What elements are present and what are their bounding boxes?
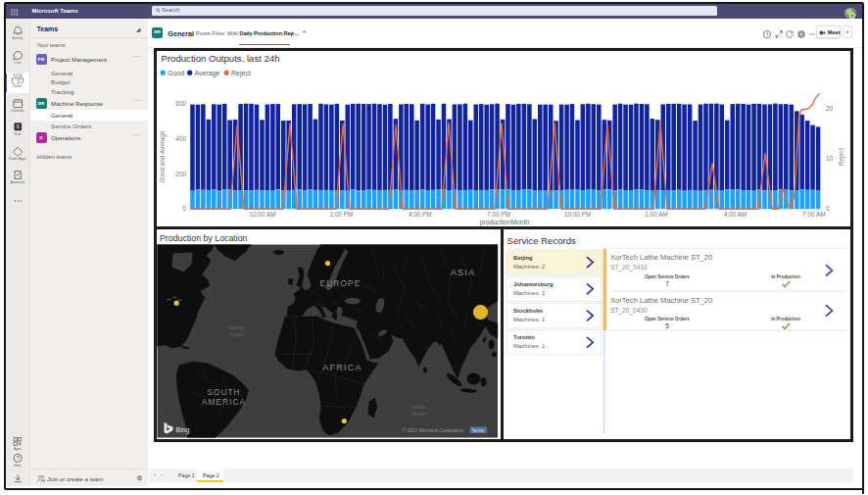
svg-text:400: 400 bbox=[175, 135, 186, 142]
svg-text:Open Service Orders: Open Service Orders bbox=[645, 274, 690, 279]
svg-text:4:00 PM: 4:00 PM bbox=[409, 211, 432, 218]
svg-text:10:00 PM: 10:00 PM bbox=[564, 211, 591, 218]
svg-text:4:00 AM: 4:00 AM bbox=[724, 211, 747, 218]
svg-text:1:00 AM: 1:00 AM bbox=[645, 211, 667, 218]
svg-text:AFRICA: AFRICA bbox=[322, 363, 362, 372]
svg-text:Open Service Orders: Open Service Orders bbox=[645, 317, 690, 322]
svg-text:Machines: 1: Machines: 1 bbox=[513, 317, 546, 322]
svg-text:ST_20_0430: ST_20_0430 bbox=[610, 307, 648, 315]
svg-text:7:00 AM: 7:00 AM bbox=[802, 211, 825, 218]
svg-text:Machines: 1: Machines: 1 bbox=[513, 343, 546, 349]
svg-text:10:00 AM: 10:00 AM bbox=[249, 211, 275, 218]
svg-text:Reject: Reject bbox=[838, 148, 845, 166]
svg-text:10: 10 bbox=[826, 155, 834, 162]
svg-text:7:00 PM: 7:00 PM bbox=[487, 211, 510, 218]
svg-text:ST_20_0410: ST_20_0410 bbox=[610, 264, 648, 272]
svg-text:Toronto: Toronto bbox=[513, 334, 535, 340]
svg-text:Ocean: Ocean bbox=[229, 332, 244, 337]
svg-text:Machines: 2: Machines: 2 bbox=[513, 264, 546, 270]
svg-text:In Production: In Production bbox=[771, 274, 800, 279]
svg-text:Production Outputs, last 24h: Production Outputs, last 24h bbox=[162, 53, 280, 64]
svg-text:200: 200 bbox=[175, 171, 186, 177]
svg-text:Good: Good bbox=[168, 70, 184, 76]
svg-text:Service Records: Service Records bbox=[507, 235, 577, 246]
svg-text:1:00 PM: 1:00 PM bbox=[329, 211, 353, 218]
svg-text:0: 0 bbox=[826, 205, 830, 212]
svg-text:20: 20 bbox=[826, 105, 834, 112]
svg-text:ASIA: ASIA bbox=[451, 268, 475, 277]
svg-text:Johannesburg: Johannesburg bbox=[513, 281, 554, 287]
svg-text:Stockholm: Stockholm bbox=[513, 308, 543, 314]
svg-text:Terms: Terms bbox=[472, 428, 485, 433]
svg-text:Indian: Indian bbox=[411, 405, 425, 410]
svg-text:Machines: 1: Machines: 1 bbox=[513, 290, 546, 296]
svg-text:XorTech Lathe Machine ST_20: XorTech Lathe Machine ST_20 bbox=[610, 296, 712, 305]
svg-text:Good and Average: Good and Average bbox=[159, 130, 167, 183]
svg-text:7: 7 bbox=[665, 280, 669, 287]
svg-text:Beijing: Beijing bbox=[513, 255, 533, 261]
svg-text:© 2021 Microsoft Corporation: © 2021 Microsoft Corporation bbox=[403, 427, 464, 433]
svg-text:Atlantic: Atlantic bbox=[228, 325, 246, 330]
svg-text:5: 5 bbox=[665, 322, 669, 329]
svg-text:Production by Location: Production by Location bbox=[160, 233, 248, 243]
svg-text:AMERICA: AMERICA bbox=[202, 398, 246, 407]
svg-text:Ocean: Ocean bbox=[411, 412, 426, 417]
svg-text:XorTech Lathe Machine ST_20: XorTech Lathe Machine ST_20 bbox=[610, 253, 712, 262]
svg-text:Bing: Bing bbox=[176, 426, 190, 434]
svg-text:0: 0 bbox=[182, 205, 186, 212]
svg-text:Average: Average bbox=[195, 70, 220, 77]
svg-text:EUROPE: EUROPE bbox=[320, 278, 362, 288]
svg-text:Reject: Reject bbox=[231, 70, 251, 77]
svg-text:600: 600 bbox=[175, 100, 186, 107]
svg-text:productionMonth: productionMonth bbox=[480, 219, 530, 226]
svg-text:SOUTH: SOUTH bbox=[207, 388, 240, 397]
svg-text:In Production: In Production bbox=[771, 317, 800, 322]
